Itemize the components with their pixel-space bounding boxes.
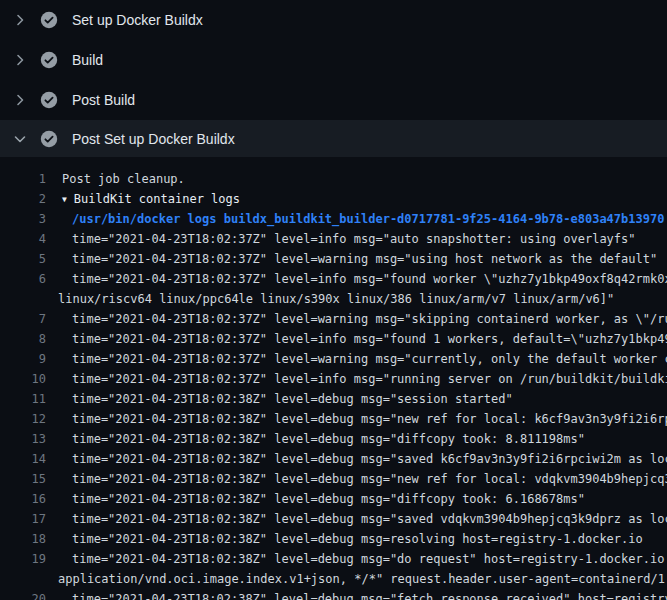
group-expander-icon[interactable]: ▼	[62, 195, 67, 204]
log-line-text: ▼time="2021-04-23T18:02:38Z" level=debug…	[72, 589, 667, 600]
chevron-right-icon[interactable]	[12, 52, 28, 68]
log-line: 5 ▼time="2021-04-23T18:02:37Z" level=war…	[0, 249, 667, 269]
step-label: Build	[72, 52, 103, 68]
step-header-set-up-docker-buildx[interactable]: Set up Docker Buildx	[0, 0, 667, 40]
log-line: 6 ▼time="2021-04-23T18:02:37Z" level=inf…	[0, 269, 667, 289]
log-line-number[interactable]: 18	[0, 529, 46, 549]
log-line: 17 ▼time="2021-04-23T18:02:38Z" level=de…	[0, 509, 667, 529]
log-line-number[interactable]: 17	[0, 509, 46, 529]
log-line-number[interactable]: 19	[0, 549, 46, 569]
log-line: ▼linux/riscv64 linux/ppc64le linux/s390x…	[0, 289, 667, 309]
chevron-right-icon[interactable]	[12, 92, 28, 108]
log-line-number[interactable]: 14	[0, 449, 46, 469]
log-line-number[interactable]: 7	[0, 309, 46, 329]
step-header-post-build[interactable]: Post Build	[0, 80, 667, 120]
step-label: Post Build	[72, 92, 135, 108]
check-circle-icon	[40, 91, 58, 109]
log-line-text: ▼time="2021-04-23T18:02:38Z" level=debug…	[72, 429, 585, 449]
log-line: 11 ▼time="2021-04-23T18:02:38Z" level=de…	[0, 389, 667, 409]
log-line-text: ▼time="2021-04-23T18:02:38Z" level=debug…	[72, 469, 667, 489]
log-line-text: ▼time="2021-04-23T18:02:38Z" level=debug…	[72, 489, 585, 509]
log-line-text: ▼time="2021-04-23T18:02:37Z" level=info …	[72, 269, 667, 289]
log-line: 7 ▼time="2021-04-23T18:02:37Z" level=war…	[0, 309, 667, 329]
log-line: 9 ▼time="2021-04-23T18:02:37Z" level=war…	[0, 349, 667, 369]
log-line-text: ▼/usr/bin/docker logs buildx_buildkit_bu…	[72, 209, 664, 229]
log-line-text: ▼time="2021-04-23T18:02:37Z" level=info …	[72, 369, 667, 389]
log-line: 3 ▼/usr/bin/docker logs buildx_buildkit_…	[0, 209, 667, 229]
log-line: 13 ▼time="2021-04-23T18:02:38Z" level=de…	[0, 429, 667, 449]
log-line-text: ▼time="2021-04-23T18:02:38Z" level=debug…	[72, 409, 667, 429]
actions-log-panel: Set up Docker Buildx Build Post Build	[0, 0, 667, 600]
log-line-text: ▼Post job cleanup.	[62, 169, 185, 189]
log-line: 16 ▼time="2021-04-23T18:02:38Z" level=de…	[0, 489, 667, 509]
log-content: 1 ▼Post job cleanup. 2 ▼BuildKit contain…	[0, 157, 667, 600]
log-line: 4 ▼time="2021-04-23T18:02:37Z" level=inf…	[0, 229, 667, 249]
log-line-number[interactable]: 6	[0, 269, 46, 289]
check-circle-icon	[40, 11, 58, 29]
log-line-number[interactable]: 15	[0, 469, 46, 489]
log-line-number[interactable]: 10	[0, 369, 46, 389]
log-line: 1 ▼Post job cleanup.	[0, 169, 667, 189]
log-line-text: ▼time="2021-04-23T18:02:38Z" level=debug…	[72, 529, 643, 549]
log-line-number[interactable]: 2	[0, 189, 46, 209]
log-line-number[interactable]: 1	[0, 169, 46, 189]
log-line-text: ▼time="2021-04-23T18:02:37Z" level=warni…	[72, 309, 667, 329]
log-line-number[interactable]: 11	[0, 389, 46, 409]
log-line-text: ▼time="2021-04-23T18:02:37Z" level=warni…	[72, 249, 657, 269]
log-line-number[interactable]: 8	[0, 329, 46, 349]
log-line-text: ▼time="2021-04-23T18:02:37Z" level=warni…	[72, 349, 667, 369]
log-line-number[interactable]: 4	[0, 229, 46, 249]
log-line: 20 ▼time="2021-04-23T18:02:38Z" level=de…	[0, 589, 667, 600]
step-label: Post Set up Docker Buildx	[72, 131, 235, 147]
log-line-text: ▼time="2021-04-23T18:02:38Z" level=debug…	[72, 389, 513, 409]
log-line-text: ▼time="2021-04-23T18:02:37Z" level=info …	[72, 329, 667, 349]
step-header-build[interactable]: Build	[0, 40, 667, 80]
log-line: 2 ▼BuildKit container logs	[0, 189, 667, 209]
log-line: 18 ▼time="2021-04-23T18:02:38Z" level=de…	[0, 529, 667, 549]
log-line: 10 ▼time="2021-04-23T18:02:37Z" level=in…	[0, 369, 667, 389]
log-line: 12 ▼time="2021-04-23T18:02:38Z" level=de…	[0, 409, 667, 429]
log-line-text: ▼linux/riscv64 linux/ppc64le linux/s390x…	[58, 289, 614, 309]
log-line-number[interactable]	[0, 569, 46, 589]
log-line: ▼application/vnd.oci.image.index.v1+json…	[0, 569, 667, 589]
step-header-post-set-up-docker-buildx[interactable]: Post Set up Docker Buildx	[0, 120, 667, 157]
log-line-number[interactable]	[0, 289, 46, 309]
log-line-text: ▼time="2021-04-23T18:02:38Z" level=debug…	[72, 449, 667, 469]
log-line: 19 ▼time="2021-04-23T18:02:38Z" level=de…	[0, 549, 667, 569]
log-line: 15 ▼time="2021-04-23T18:02:38Z" level=de…	[0, 469, 667, 489]
log-line-text: ▼application/vnd.oci.image.index.v1+json…	[58, 569, 667, 589]
log-line: 8 ▼time="2021-04-23T18:02:37Z" level=inf…	[0, 329, 667, 349]
log-line-number[interactable]: 9	[0, 349, 46, 369]
log-line-number[interactable]: 3	[0, 209, 46, 229]
check-circle-icon	[40, 51, 58, 69]
step-label: Set up Docker Buildx	[72, 12, 203, 28]
step-list: Set up Docker Buildx Build Post Build	[0, 0, 667, 157]
check-circle-icon	[40, 130, 58, 148]
log-line-number[interactable]: 13	[0, 429, 46, 449]
chevron-down-icon[interactable]	[12, 131, 28, 147]
log-line-text: ▼BuildKit container logs	[62, 189, 240, 209]
log-line-number[interactable]: 20	[0, 589, 46, 600]
log-line-text: ▼time="2021-04-23T18:02:38Z" level=debug…	[72, 509, 667, 529]
log-line-text: ▼time="2021-04-23T18:02:38Z" level=debug…	[72, 549, 667, 569]
log-line-number[interactable]: 5	[0, 249, 46, 269]
log-line-number[interactable]: 12	[0, 409, 46, 429]
log-line-number[interactable]: 16	[0, 489, 46, 509]
chevron-right-icon[interactable]	[12, 12, 28, 28]
log-line: 14 ▼time="2021-04-23T18:02:38Z" level=de…	[0, 449, 667, 469]
log-line-text: ▼time="2021-04-23T18:02:37Z" level=info …	[72, 229, 636, 249]
